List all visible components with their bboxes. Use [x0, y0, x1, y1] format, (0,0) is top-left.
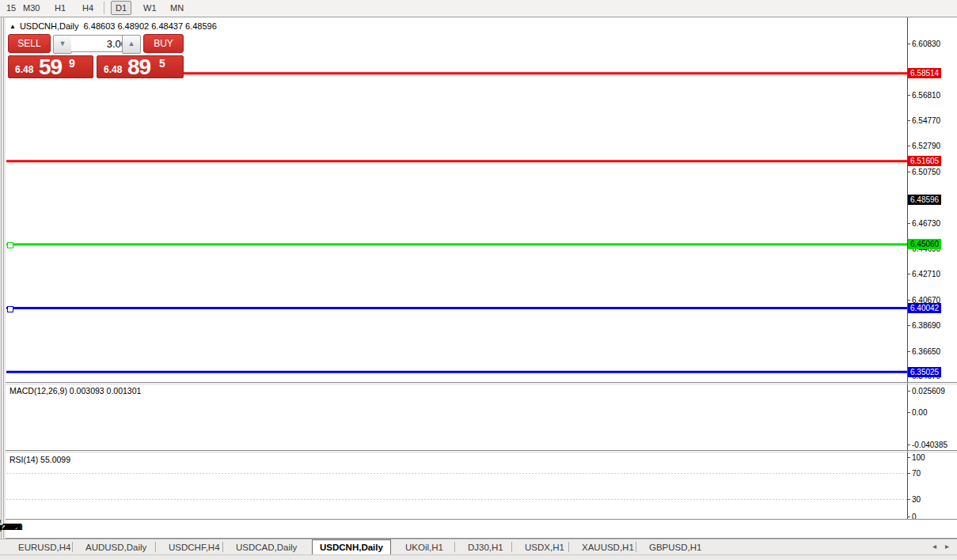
tab-separator — [222, 542, 223, 552]
tab-scroll-left-icon[interactable]: ◂ — [932, 542, 936, 551]
sell-price-display[interactable]: 6.48 59 9 — [8, 55, 93, 78]
timeframe-button-15[interactable]: 15 — [2, 2, 20, 14]
chart-window — [6, 17, 957, 539]
tab-separator — [454, 542, 455, 552]
tab-usdcad-daily[interactable]: USDCAD,Daily — [229, 540, 304, 554]
volume-decrease-button[interactable]: ▼ — [53, 35, 72, 54]
tab-separator — [155, 542, 156, 552]
macd-axis-tick: 0.00 — [912, 408, 927, 417]
tab-ukoil-h1[interactable]: UKOil,H1 — [398, 540, 450, 554]
timeframe-button-M30[interactable]: M30 — [19, 2, 44, 14]
ohlc-values: 6.48603 6.48902 6.48437 6.48596 — [84, 21, 217, 31]
tab-eurusd-h4[interactable]: EURUSD,H4 — [11, 540, 78, 554]
tab-separator — [511, 542, 512, 552]
price-axis-tick: 6.50750 — [912, 168, 940, 176]
symbol-title: USDCNH,Daily — [20, 21, 79, 31]
hline-price-label: 6.58514 — [908, 68, 941, 78]
rsi-axis-tick: 100 — [912, 453, 925, 462]
price-axis-tick: 6.38690 — [912, 321, 940, 330]
symbol-tab-bar: EURUSD,H4AUDUSD,DailyUSDCHF,H4USDCAD,Dai… — [0, 539, 957, 555]
hline-price-label: 6.40042 — [908, 303, 941, 313]
tab-usdx-h1[interactable]: USDX,H1 — [518, 540, 572, 554]
timeframe-toolbar: 15M30H1H4D1W1MN — [0, 0, 957, 17]
price-axis-tick: 6.46730 — [912, 219, 940, 228]
buy-price-display[interactable]: 6.48 89 5 — [97, 55, 184, 78]
tab-usdchf-h4[interactable]: USDCHF,H4 — [161, 540, 227, 554]
tab-usdcnh-daily[interactable]: USDCNH,Daily — [312, 539, 391, 556]
bid-marker-icon: ▲ — [9, 23, 16, 30]
macd-label: MACD(12,26,9) 0.003093 0.001301 — [9, 386, 141, 395]
price-axis-separator — [907, 17, 908, 520]
spinner-up-icon: ▲ — [128, 40, 135, 47]
current-price-label: 6.48596 — [908, 195, 941, 205]
timeframe-button-H4[interactable]: H4 — [78, 2, 97, 14]
tab-audusd-daily[interactable]: AUDUSD,Daily — [78, 540, 154, 554]
rsi-panel-separator[interactable] — [6, 450, 957, 451]
macd-axis-tick: -0.040385 — [912, 441, 948, 449]
tab-xauusd-h1[interactable]: XAUUSD,H1 — [575, 540, 641, 554]
macd-panel-separator-highlight — [6, 384, 957, 384]
buy-price-big: 89 — [127, 55, 150, 78]
timeframe-button-MN[interactable]: MN — [166, 2, 188, 14]
price-axis-tick: 6.56810 — [912, 91, 940, 100]
one-click-trade-panel: SELL ▼ ▲ BUY 6.48 59 9 6.48 89 5 — [6, 32, 184, 78]
price-axis-tick: 6.52790 — [912, 142, 940, 150]
rsi-axis-tick: 70 — [912, 469, 921, 478]
terminal-window: 15M30H1H4D1W1MN ▲USDCNH,Daily 6.48603 6.… — [0, 0, 957, 560]
tab-dj30-h1[interactable]: DJ30,H1 — [461, 540, 511, 554]
volume-increase-button[interactable]: ▲ — [122, 35, 141, 54]
tab-separator — [568, 542, 569, 552]
symbol-title-line: ▲USDCNH,Daily 6.48603 6.48902 6.48437 6.… — [9, 21, 217, 31]
timeframe-button-H1[interactable]: H1 — [51, 2, 70, 14]
spinner-down-icon: ▼ — [59, 40, 66, 47]
macd-panel-separator[interactable] — [6, 382, 957, 383]
sell-price-big: 59 — [39, 55, 62, 78]
hline-price-label: 6.45060 — [908, 239, 941, 249]
buy-button[interactable]: BUY — [143, 34, 184, 53]
tab-separator — [72, 542, 73, 552]
timeframe-button-D1[interactable]: D1 — [111, 1, 131, 15]
sell-button[interactable]: SELL — [8, 34, 51, 53]
status-bar — [0, 554, 957, 560]
sell-price-prefix: 6.48 — [15, 64, 33, 75]
price-axis-tick: 6.36650 — [912, 347, 940, 356]
tab-gbpusd-h1[interactable]: GBPUSD,H1 — [642, 540, 708, 554]
buy-price-prefix: 6.48 — [104, 64, 122, 75]
rsi-label: RSI(14) 55.0099 — [9, 455, 70, 464]
price-axis-tick: 6.42710 — [912, 270, 940, 278]
macd-axis-tick: 0.025609 — [912, 387, 945, 395]
hline-price-label: 6.51605 — [908, 156, 941, 166]
hline-price-label: 6.35025 — [908, 367, 941, 377]
hline-drag-handle[interactable] — [7, 242, 13, 248]
price-axis-tick: 6.60830 — [912, 40, 940, 48]
hline-drag-handle[interactable] — [7, 306, 13, 312]
timeframe-button-W1[interactable]: W1 — [139, 2, 161, 14]
date-axis-label: 4 Aug 2021 — [0, 523, 20, 532]
date-axis-separator — [6, 519, 957, 520]
buy-price-sup: 5 — [159, 57, 165, 70]
sell-price-sup: 9 — [69, 57, 75, 70]
rsi-axis-tick: 30 — [912, 495, 921, 504]
tab-separator — [636, 542, 636, 552]
tab-scroll-right-icon[interactable]: ▸ — [945, 542, 949, 551]
rsi-panel-separator-highlight — [6, 452, 957, 452]
toolbar-separator — [104, 2, 104, 14]
price-axis-tick: 6.54770 — [912, 116, 940, 125]
window-left-edge — [0, 17, 6, 554]
